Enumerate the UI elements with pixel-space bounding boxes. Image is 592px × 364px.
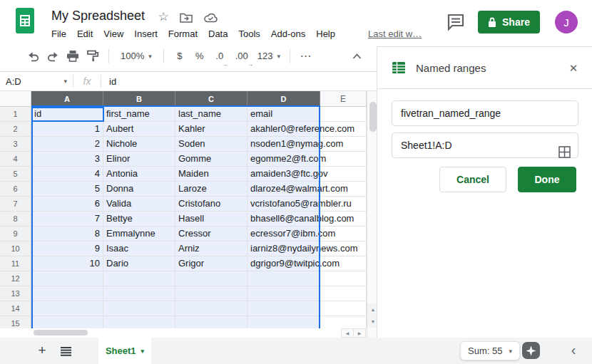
paint-format-icon[interactable] — [83, 46, 103, 66]
row-header-5[interactable]: 5 — [0, 167, 31, 182]
cell-a4[interactable]: 3 — [31, 152, 103, 167]
cell-e10[interactable] — [320, 241, 367, 256]
explore-button[interactable] — [522, 342, 540, 359]
menu-tools[interactable]: Tools — [238, 28, 260, 39]
cell-e4[interactable] — [320, 152, 367, 167]
add-sheet-button[interactable]: + — [33, 341, 51, 360]
cell-d11[interactable]: dgrigor9@twitpic.com — [247, 256, 320, 271]
cell-c1[interactable]: last_name — [175, 107, 247, 122]
cell-c8[interactable]: Hasell — [175, 212, 247, 227]
row-header-12[interactable]: 12 — [0, 271, 31, 286]
sheets-logo-icon[interactable] — [16, 8, 34, 33]
menu-format[interactable]: Format — [168, 28, 198, 39]
cell-c13[interactable] — [175, 286, 247, 301]
format-percent-icon[interactable]: % — [190, 46, 210, 66]
more-toolbar-icon[interactable]: ⋯ — [296, 46, 316, 66]
cell-e7[interactable] — [320, 197, 367, 212]
increase-decimals-icon[interactable]: .00 → — [230, 46, 254, 66]
range-reference-input[interactable] — [392, 132, 578, 158]
decrease-decimals-icon[interactable]: .0 ← — [210, 46, 230, 66]
cell-c11[interactable]: Grigor — [175, 256, 247, 271]
select-data-range-icon[interactable] — [558, 146, 571, 161]
cell-d9[interactable]: ecressor7@ibm.com — [247, 227, 320, 241]
menu-data[interactable]: Data — [208, 28, 228, 39]
move-to-folder-icon[interactable] — [178, 11, 194, 27]
scroll-left-icon[interactable]: ◀ — [341, 328, 354, 338]
cell-a8[interactable]: 7 — [31, 212, 103, 227]
cell-a5[interactable]: 4 — [31, 167, 103, 182]
cell-e5[interactable] — [320, 167, 367, 182]
column-header-b[interactable]: B — [103, 91, 175, 107]
collapse-toolbar-icon[interactable] — [347, 46, 367, 66]
column-header-c[interactable]: C — [175, 91, 247, 107]
collapse-panel-chevron-icon[interactable]: ‹ — [565, 339, 582, 362]
cell-b6[interactable]: Donna — [103, 182, 175, 197]
column-header-e[interactable]: E — [320, 91, 367, 107]
cell-a15[interactable] — [31, 316, 103, 328]
cell-e15[interactable] — [320, 316, 367, 328]
cell-a1[interactable]: id — [31, 107, 103, 122]
row-header-3[interactable]: 3 — [0, 137, 31, 152]
star-icon[interactable]: ☆ — [155, 9, 171, 25]
cell-d13[interactable] — [247, 286, 320, 301]
cell-d14[interactable] — [247, 301, 320, 316]
cell-e11[interactable] — [320, 256, 367, 271]
cell-c4[interactable]: Gomme — [175, 152, 247, 167]
cell-c3[interactable]: Soden — [175, 137, 247, 152]
redo-icon[interactable] — [43, 46, 63, 66]
cell-c12[interactable] — [175, 271, 247, 286]
column-header-d[interactable]: D — [247, 91, 320, 107]
cell-e13[interactable] — [320, 286, 367, 301]
cell-d6[interactable]: dlaroze4@walmart.com — [247, 182, 320, 197]
share-button[interactable]: Share — [478, 11, 540, 33]
cell-a7[interactable]: 6 — [31, 197, 103, 212]
cell-b10[interactable]: Isaac — [103, 241, 175, 256]
cell-d2[interactable]: akahler0@reference.com — [247, 122, 320, 137]
cell-b8[interactable]: Bettye — [103, 212, 175, 227]
cell-d7[interactable]: vcristofano5@rambler.ru — [247, 197, 320, 212]
sum-summary-select[interactable]: Sum: 55 ▾ — [460, 341, 520, 360]
row-header-10[interactable]: 10 — [0, 241, 31, 256]
cell-b15[interactable] — [103, 316, 175, 328]
print-icon[interactable] — [63, 46, 83, 66]
cell-c5[interactable]: Maiden — [175, 167, 247, 182]
cell-b7[interactable]: Valida — [103, 197, 175, 212]
range-name-input[interactable] — [392, 100, 578, 126]
horizontal-scrollbar-thumb[interactable] — [34, 330, 88, 336]
cell-a11[interactable]: 10 — [31, 256, 103, 271]
cell-e9[interactable] — [320, 227, 367, 241]
document-title[interactable]: My Spreadsheet — [51, 9, 145, 24]
cancel-button[interactable]: Cancel — [439, 167, 506, 192]
cell-d5[interactable]: amaiden3@ftc.gov — [247, 167, 320, 182]
comment-history-icon[interactable] — [446, 13, 465, 31]
cell-b1[interactable]: first_name — [103, 107, 175, 122]
menu-edit[interactable]: Edit — [77, 28, 93, 39]
cell-d8[interactable]: bhasell6@canalblog.com — [247, 212, 320, 227]
menu-help[interactable]: Help — [316, 28, 335, 39]
select-all-corner[interactable] — [0, 91, 31, 107]
more-formats-select[interactable]: 123 ▾ — [254, 46, 284, 66]
cell-a12[interactable] — [31, 271, 103, 286]
last-edit-link[interactable]: Last edit w… — [368, 28, 422, 39]
cell-e2[interactable] — [320, 122, 367, 137]
vertical-scrollbar-thumb[interactable] — [369, 102, 377, 132]
cell-d10[interactable]: iarniz8@nydailynews.com — [247, 241, 320, 256]
row-header-14[interactable]: 14 — [0, 301, 31, 316]
cell-c15[interactable] — [175, 316, 247, 328]
zoom-select[interactable]: 100% ▾ — [115, 46, 158, 66]
cell-a3[interactable]: 2 — [31, 137, 103, 152]
cell-a6[interactable]: 5 — [31, 182, 103, 197]
menu-view[interactable]: View — [103, 28, 123, 39]
row-header-7[interactable]: 7 — [0, 197, 31, 212]
row-header-15[interactable]: 15 — [0, 316, 31, 328]
all-sheets-menu-icon[interactable] — [57, 343, 74, 360]
cell-d3[interactable]: nsoden1@nymag.com — [247, 137, 320, 152]
cell-b2[interactable]: Aubert — [103, 122, 175, 137]
sheet-tab[interactable]: Sheet1 ▾ — [98, 338, 151, 364]
cell-a14[interactable] — [31, 301, 103, 316]
cell-c14[interactable] — [175, 301, 247, 316]
row-header-6[interactable]: 6 — [0, 182, 31, 197]
cell-b9[interactable]: Emmalynne — [103, 227, 175, 241]
undo-icon[interactable] — [23, 46, 43, 66]
row-header-2[interactable]: 2 — [0, 122, 31, 137]
